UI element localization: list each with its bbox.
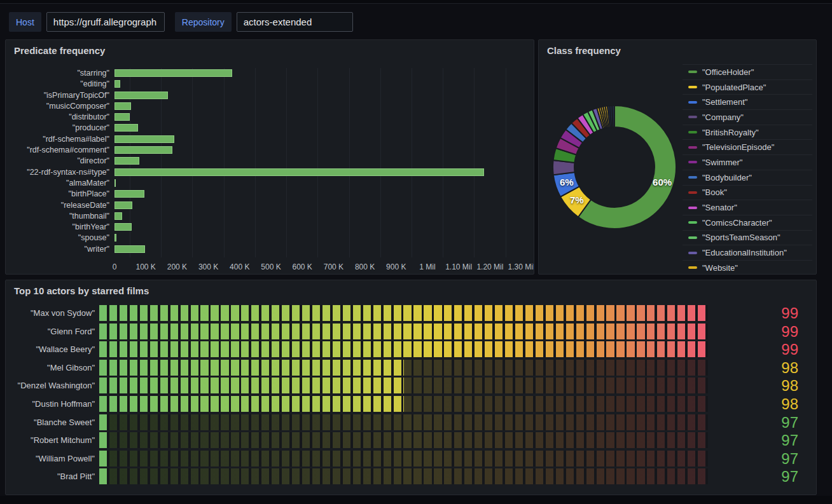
actor-name-label: "William Powell" <box>11 454 99 463</box>
legend-item[interactable]: "BritishRoyalty" <box>683 125 812 140</box>
predicate-bar <box>114 190 144 198</box>
legend-item[interactable]: "EducationalInstitution" <box>683 245 812 260</box>
panel-title[interactable]: Class frequency <box>539 40 816 56</box>
predicate-row: "rdf-schema#comment" <box>11 146 532 154</box>
actor-value: 98 <box>708 396 798 412</box>
predicate-row: "musicComposer" <box>11 102 532 110</box>
legend-swatch <box>688 146 697 149</box>
actor-gauge-row: "Blanche Sweet"97 <box>11 414 798 430</box>
panel-title[interactable]: Predicate frequency <box>6 40 534 56</box>
x-axis-tick: 900 K <box>386 262 406 271</box>
actor-gauge-track <box>99 432 708 448</box>
legend-item[interactable]: "Settlement" <box>683 94 812 109</box>
legend-label: "TelevisionEpisode" <box>702 142 774 152</box>
host-field: Host <box>9 12 165 32</box>
predicate-row: "starring" <box>11 69 532 77</box>
predicate-category-label: "starring" <box>11 69 114 78</box>
host-label: Host <box>9 12 41 32</box>
legend-item[interactable]: "Bodybuilder" <box>683 170 812 185</box>
actor-gauge-row: "Max von Sydow"99 <box>11 305 798 321</box>
legend-label: "ComicsCharacter" <box>702 218 772 228</box>
predicate-bar <box>114 80 120 88</box>
actor-value: 97 <box>708 468 798 484</box>
actor-gauge-track <box>99 468 708 484</box>
predicate-row: "writer" <box>11 245 532 253</box>
x-axis-tick: 0 <box>113 262 117 271</box>
top-divider <box>0 0 832 4</box>
predicate-category-label: "director" <box>11 156 114 165</box>
legend-label: "Website" <box>702 263 738 273</box>
actor-value: 97 <box>708 451 798 467</box>
predicate-row: "22-rdf-syntax-ns#type" <box>11 168 532 176</box>
actor-name-label: "Blanche Sweet" <box>11 418 99 427</box>
pie-slice[interactable] <box>612 106 614 127</box>
actor-gauge-row: "Dustin Hoffman"98 <box>11 396 798 412</box>
predicate-row: "releaseDate" <box>11 201 532 209</box>
legend-swatch <box>688 252 697 254</box>
legend-swatch <box>688 101 697 104</box>
actor-value: 97 <box>708 414 798 430</box>
legend-item[interactable]: "SportsTeamSeason" <box>683 230 812 245</box>
host-input[interactable] <box>46 12 165 32</box>
legend-item[interactable]: "ComicsCharacter" <box>683 215 812 230</box>
actor-gauge-track <box>99 414 708 430</box>
actor-gauge-fill <box>99 360 404 376</box>
x-axis-tick: 1.30 Mil <box>508 262 534 271</box>
legend-item[interactable]: "Book" <box>683 185 812 200</box>
actor-name-label: "Wallace Beery" <box>11 344 99 354</box>
legend-label: "Bodybuilder" <box>702 173 752 182</box>
predicate-bar <box>114 201 132 209</box>
actor-gauge-row: "Robert Mitchum"97 <box>11 432 798 448</box>
legend-swatch <box>688 221 697 224</box>
legend-swatch <box>688 236 697 239</box>
x-axis-tick: 400 K <box>230 262 249 271</box>
actor-gauge-track <box>99 305 708 321</box>
actor-gauge-fill <box>99 414 108 430</box>
predicate-bar <box>114 179 116 187</box>
actor-name-label: "Mel Gibson" <box>11 363 99 372</box>
panel-title[interactable]: Top 10 actors by starred films <box>6 280 816 296</box>
actor-gauge-track <box>99 341 708 357</box>
predicate-bar <box>114 92 168 99</box>
legend-item[interactable]: "Company" <box>683 109 812 125</box>
predicate-bar <box>114 146 172 154</box>
predicate-row: "spouse" <box>11 234 532 242</box>
actor-gauge-fill <box>99 305 708 321</box>
predicate-bar <box>114 102 131 110</box>
actor-gauge-fill <box>99 451 108 467</box>
predicate-bar <box>114 245 145 253</box>
predicate-category-label: "spouse" <box>11 233 114 242</box>
predicate-bar <box>114 223 132 231</box>
x-axis-tick: 200 K <box>167 262 187 271</box>
x-axis-tick: 1 Mil <box>419 262 435 271</box>
actor-value: 98 <box>708 360 798 376</box>
panel-predicate-frequency: Predicate frequency "starring""editing""… <box>5 39 534 275</box>
predicate-category-label: "producer" <box>11 123 114 132</box>
actor-gauge-track <box>99 324 708 339</box>
legend-item[interactable]: "Swimmer" <box>683 154 812 170</box>
pie-slice-percent-label: 6% <box>560 177 574 187</box>
legend-item[interactable]: "PopulatedPlace" <box>683 79 812 95</box>
repository-input[interactable] <box>237 12 353 32</box>
predicate-category-label: "musicComposer" <box>11 102 114 111</box>
bottom-divider <box>0 496 832 504</box>
actor-gauge-track <box>99 396 708 412</box>
predicate-row: "distributor" <box>11 113 532 121</box>
actor-gauge-row: "Glenn Ford"99 <box>11 324 798 339</box>
legend-swatch <box>688 176 697 179</box>
legend-label: "Book" <box>702 187 727 197</box>
predicate-category-label: "birthPlace" <box>11 189 114 198</box>
predicate-row: "thumbnail" <box>11 212 532 220</box>
legend-item[interactable]: "Website" <box>683 260 812 275</box>
legend-label: "Swimmer" <box>702 158 742 167</box>
actor-name-label: "Max von Sydow" <box>11 308 99 318</box>
actor-name-label: "Glenn Ford" <box>11 327 99 336</box>
legend-item[interactable]: "OfficeHolder" <box>683 64 812 79</box>
actor-name-label: "Robert Mitchum" <box>11 435 99 445</box>
actor-gauge-fill <box>99 324 708 339</box>
legend-item[interactable]: "Senator" <box>683 200 812 215</box>
legend-item[interactable]: "TelevisionEpisode" <box>683 139 812 154</box>
class-donut-chart: 60%7%6% <box>539 97 691 243</box>
predicate-bar <box>114 69 232 77</box>
predicate-category-label: "isPrimaryTopicOf" <box>11 91 114 100</box>
